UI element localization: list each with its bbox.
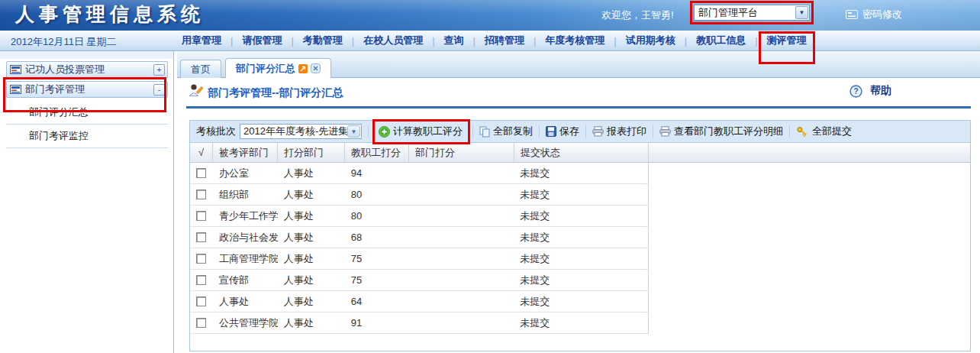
batch-label: 考核批次 (196, 125, 236, 138)
row-checkbox[interactable] (196, 232, 206, 242)
cell-evaluated-dept: 政治与社会发展... (213, 231, 278, 245)
cell-staff-score: 75 (345, 253, 409, 264)
platform-select[interactable]: 部门管理平台 ▼ (694, 5, 810, 21)
row-checkbox[interactable] (196, 296, 206, 306)
table-row: 青少年工作学院... 人事处 80 未提交 (190, 206, 649, 227)
table-header: √ 被考评部门 打分部门 教职工打分 部门打分 提交状态 (190, 143, 970, 163)
row-checkbox[interactable] (196, 254, 206, 264)
welcome-text: 欢迎您，王智勇! (601, 8, 674, 22)
calc-staff-score-button[interactable]: 计算教职工评分 (379, 125, 463, 138)
batch-select-value: 2012年年度考核-先进集体评 (240, 125, 347, 138)
header-dept-score: 部门打分 (409, 143, 514, 162)
submit-all-button[interactable]: 全部提交 (796, 125, 852, 138)
menu-item-evaluation[interactable]: 测评管理 (758, 34, 816, 47)
top-banner: 人事管理信息系统 欢迎您，王智勇! 部门管理平台 ▼ 密码修改 (0, 0, 980, 31)
cell-scoring-dept: 人事处 (278, 252, 345, 266)
person-edit-icon (188, 83, 204, 97)
menu-bar: 2012年12月11日 星期二 用章管理| 请假管理| 考勤管理| 在校人员管理… (0, 31, 980, 51)
cell-submit-status: 未提交 (514, 209, 648, 223)
row-checkbox[interactable] (196, 211, 206, 221)
cell-staff-score: 68 (345, 232, 409, 243)
section-underline (186, 106, 971, 108)
password-card-icon (846, 10, 858, 19)
cell-submit-status: 未提交 (514, 188, 648, 202)
cell-staff-score: 80 (345, 189, 409, 200)
toolbar-divider (789, 125, 790, 138)
tab-home[interactable]: 首页 (180, 60, 221, 78)
cell-submit-status: 未提交 (514, 231, 648, 245)
cell-submit-status: 未提交 (514, 274, 648, 287)
main-area: 记功人员投票管理 + 部门考评管理 - 部门评分汇总 部门考评监控 (0, 51, 980, 353)
cell-scoring-dept: 人事处 (278, 231, 345, 245)
menu-item-staff-info[interactable]: 教职工信息 (687, 34, 755, 47)
header-filler (649, 143, 970, 162)
help-button[interactable]: ? 帮助 (849, 84, 891, 98)
help-label: 帮助 (870, 84, 891, 98)
table-row: 工商管理学院 人事处 75 未提交 (190, 248, 649, 270)
table-row: 办公室 人事处 94 未提交 (190, 163, 649, 184)
tab-refresh-icon[interactable] (298, 64, 308, 73)
print-report-button[interactable]: 报表打印 (592, 125, 646, 138)
row-checkbox[interactable] (196, 318, 206, 328)
menu-item-campus-personnel[interactable]: 在校人员管理 (354, 34, 432, 47)
cell-scoring-dept: 人事处 (278, 209, 345, 223)
copy-all-button[interactable]: 全部复制 (479, 125, 533, 138)
sidebar-item-score-summary[interactable]: 部门评分汇总 (6, 101, 168, 125)
header-submit-status: 提交状态 (514, 143, 649, 162)
help-icon: ? (849, 85, 862, 98)
sidebar-top-strip (0, 51, 174, 59)
cell-evaluated-dept: 宣传部 (213, 274, 278, 287)
sidebar-group-dept-evaluation[interactable]: 部门考评管理 - (6, 81, 168, 98)
tab-close-icon[interactable] (311, 63, 321, 73)
cell-staff-score: 75 (345, 274, 409, 286)
menu-item-leave[interactable]: 请假管理 (233, 34, 291, 47)
toolbar-divider (585, 125, 586, 138)
cell-evaluated-dept: 人事处 (213, 295, 278, 309)
expand-icon[interactable]: + (153, 64, 165, 76)
batch-select[interactable]: 2012年年度考核-先进集体评 ▼ (240, 124, 362, 139)
menu-item-annual-review[interactable]: 年度考核管理 (536, 34, 614, 47)
menu-item-evaluation-label: 测评管理 (767, 34, 807, 46)
menu-item-query[interactable]: 查询 (435, 34, 473, 47)
platform-select-value: 部门管理平台 (695, 6, 795, 20)
menu-item-probation[interactable]: 试用期考核 (617, 34, 685, 47)
chevron-down-icon[interactable]: ▼ (795, 6, 808, 19)
cell-scoring-dept: 人事处 (278, 167, 345, 180)
page-title: 部门考评管理--部门评分汇总 (208, 86, 343, 100)
view-score-detail-button[interactable]: 查看部门教职工评分明细 (659, 125, 783, 138)
chevron-down-icon[interactable]: ▼ (347, 125, 360, 138)
cell-staff-score: 64 (345, 296, 409, 307)
cell-evaluated-dept: 办公室 (213, 167, 278, 180)
tab-home-label: 首页 (191, 63, 211, 76)
annotation-box-platform: 部门管理平台 ▼ (690, 1, 814, 24)
collapse-icon[interactable]: - (153, 84, 165, 96)
sidebar-item-evaluation-monitor[interactable]: 部门考评监控 (6, 125, 168, 148)
calc-staff-score-label: 计算教职工评分 (393, 125, 463, 138)
cell-staff-score: 91 (345, 317, 409, 329)
row-checkbox[interactable] (196, 189, 206, 199)
menu-item-attendance[interactable]: 考勤管理 (294, 34, 352, 47)
printer-icon (592, 126, 604, 137)
toolbar: 考核批次 2012年年度考核-先进集体评 ▼ 计 (190, 121, 970, 143)
cell-evaluated-dept: 工商管理学院 (213, 252, 278, 266)
menu-item-seal[interactable]: 用章管理 (172, 34, 230, 47)
tab-score-summary[interactable]: 部门评分汇总 (225, 58, 331, 78)
cell-submit-status: 未提交 (514, 295, 648, 309)
cell-submit-status: 未提交 (514, 252, 648, 266)
cell-evaluated-dept: 青少年工作学院... (213, 209, 278, 223)
sidebar-group-vote-management[interactable]: 记功人员投票管理 + (6, 61, 168, 78)
menu-item-recruit[interactable]: 招聘管理 (475, 34, 534, 47)
row-checkbox[interactable] (196, 168, 206, 178)
save-button[interactable]: 保存 (546, 125, 579, 138)
sidebar-splitter[interactable] (173, 51, 174, 353)
svg-text:?: ? (853, 87, 858, 96)
sidebar: 记功人员投票管理 + 部门考评管理 - 部门评分汇总 部门考评监控 (6, 59, 168, 353)
row-checkbox[interactable] (196, 275, 206, 285)
table-row: 宣传部 人事处 75 未提交 (190, 270, 649, 291)
table-row: 公共管理学院 人事处 91 未提交 (190, 313, 649, 334)
password-change-link[interactable]: 密码修改 (846, 8, 902, 21)
cell-staff-score: 94 (345, 167, 409, 179)
cell-submit-status: 未提交 (514, 316, 648, 330)
toolbar-divider (472, 125, 473, 138)
cell-scoring-dept: 人事处 (278, 295, 345, 309)
